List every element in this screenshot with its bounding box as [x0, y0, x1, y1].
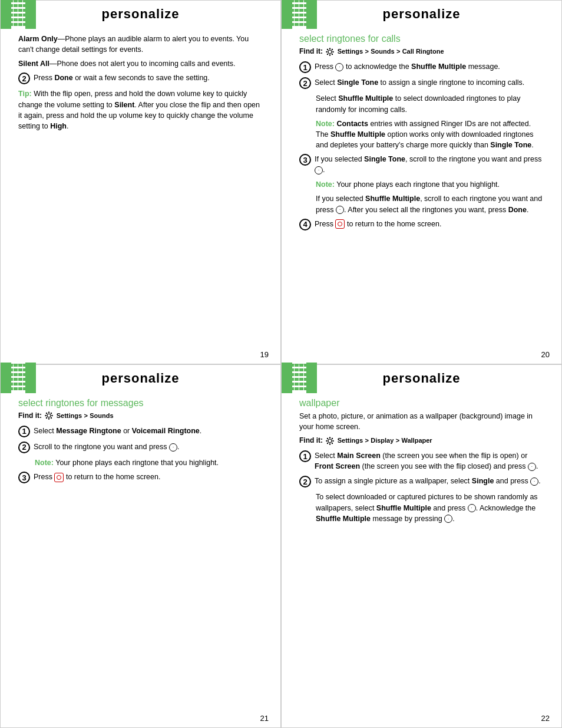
- svg-rect-145: [18, 373, 21, 376]
- svg-rect-231: [299, 387, 302, 390]
- svg-rect-18: [23, 14, 26, 17]
- svg-rect-216: [299, 373, 302, 376]
- step-num-1-p20: 1: [299, 61, 311, 73]
- step-1-p20-content: Press · to acknowledge the Shuffle Multi…: [315, 61, 544, 72]
- svg-rect-53: [5, 18, 8, 21]
- svg-rect-140: [18, 368, 21, 371]
- svg-rect-80: [304, 14, 307, 17]
- svg-point-132: [327, 54, 328, 55]
- deco-block-tr-20: [282, 0, 317, 29]
- find-it-20: Find it: Settings > Sounds > Call Ringto…: [299, 47, 544, 57]
- step-2-p21-content: Scroll to the ringtone you want and pres…: [34, 442, 263, 452]
- svg-rect-225: [295, 383, 297, 386]
- svg-rect-123: [300, 23, 303, 26]
- svg-rect-243: [291, 368, 294, 371]
- svg-point-196: [48, 412, 49, 413]
- svg-rect-66: [309, 0, 312, 2]
- svg-rect-109: [282, 14, 285, 17]
- svg-rect-97: [296, 0, 299, 2]
- svg-rect-54: [10, 18, 13, 21]
- step-num-1-p22: 1: [299, 450, 311, 462]
- svg-rect-96: [291, 0, 294, 2]
- step-1-p21: 1 Select Message Ringtone or Voicemail R…: [18, 426, 263, 437]
- svg-rect-229: [313, 383, 316, 386]
- step-4-p20: 4 Press to return to the home screen.: [299, 219, 544, 230]
- svg-point-273: [332, 437, 333, 439]
- svg-rect-180: [1, 378, 4, 381]
- step-num-3-p20: 3: [299, 154, 311, 166]
- svg-rect-72: [313, 4, 316, 7]
- svg-rect-190: [1, 387, 4, 390]
- deco-block-tl: [1, 0, 36, 29]
- svg-rect-210: [295, 368, 297, 371]
- find-it-21: Find it: Settings > Sounds: [18, 411, 263, 421]
- note-2-p20: Note: Your phone plays each ringtone tha…: [316, 179, 544, 190]
- svg-rect-91: [309, 23, 312, 26]
- svg-rect-135: [18, 364, 21, 367]
- svg-rect-13: [23, 9, 26, 12]
- svg-point-130: [332, 54, 333, 55]
- svg-rect-142: [28, 368, 31, 371]
- svg-rect-139: [14, 368, 16, 371]
- svg-rect-8: [23, 4, 26, 7]
- svg-rect-174: [19, 368, 22, 371]
- svg-rect-22: [18, 18, 21, 21]
- svg-rect-208: [309, 364, 312, 367]
- svg-rect-57: [1, 23, 4, 26]
- svg-rect-21: [14, 18, 16, 21]
- svg-rect-19: [28, 14, 31, 17]
- svg-rect-119: [282, 23, 285, 26]
- svg-rect-250: [300, 373, 303, 376]
- svg-rect-11: [14, 9, 16, 12]
- shuffle-scroll-p20: If you selected Shuffle Multiple, scroll…: [316, 193, 544, 215]
- svg-rect-136: [23, 364, 26, 367]
- svg-rect-78: [295, 14, 297, 17]
- svg-rect-143: [32, 368, 35, 371]
- svg-rect-147: [28, 373, 31, 376]
- svg-rect-237: [286, 364, 289, 367]
- svg-rect-156: [23, 383, 26, 386]
- svg-rect-241: [282, 368, 285, 371]
- svg-rect-39: [10, 4, 13, 7]
- svg-rect-258: [291, 383, 294, 386]
- svg-rect-90: [304, 23, 307, 26]
- svg-rect-5: [32, 0, 35, 2]
- page-22: personalize: [281, 364, 562, 729]
- svg-rect-189: [19, 383, 22, 386]
- find-it-22: Find it: Settings > Display > Wallpaper: [299, 436, 544, 446]
- step-2-p21: 2 Scroll to the ringtone you want and pr…: [18, 442, 263, 453]
- svg-rect-114: [282, 18, 285, 21]
- svg-rect-45: [15, 9, 18, 12]
- svg-point-266: [328, 439, 332, 443]
- svg-rect-154: [14, 383, 16, 386]
- svg-point-267: [329, 437, 330, 438]
- tip-p19: Tip: With the flip open, press and hold …: [18, 88, 263, 131]
- svg-rect-31: [25, 0, 36, 29]
- svg-rect-242: [286, 368, 289, 371]
- svg-rect-253: [291, 378, 294, 381]
- svg-point-270: [333, 440, 334, 441]
- svg-point-199: [52, 415, 53, 416]
- svg-rect-257: [286, 383, 289, 386]
- svg-rect-81: [309, 14, 312, 17]
- page-19: personalize: [0, 0, 281, 364]
- page-20-header: personalize: [282, 1, 561, 27]
- svg-rect-58: [5, 23, 8, 26]
- svg-rect-256: [282, 383, 285, 386]
- svg-rect-163: [32, 387, 35, 390]
- svg-rect-0: [1, 0, 11, 29]
- svg-rect-98: [300, 0, 303, 2]
- page-20-content: select ringtones for calls Find it: Sett…: [282, 27, 561, 345]
- svg-rect-1: [14, 0, 16, 2]
- step-4-p20-content: Press to return to the home screen.: [315, 219, 544, 229]
- svg-rect-265: [300, 387, 303, 390]
- svg-point-203: [46, 417, 47, 419]
- svg-point-268: [329, 443, 330, 444]
- svg-rect-211: [299, 368, 302, 371]
- svg-rect-49: [10, 14, 13, 17]
- step-1-p22: 1 Select Main Screen (the screen you see…: [299, 450, 544, 472]
- svg-point-269: [326, 440, 328, 441]
- svg-rect-10: [32, 4, 35, 7]
- svg-rect-42: [1, 9, 4, 12]
- svg-rect-160: [18, 387, 21, 390]
